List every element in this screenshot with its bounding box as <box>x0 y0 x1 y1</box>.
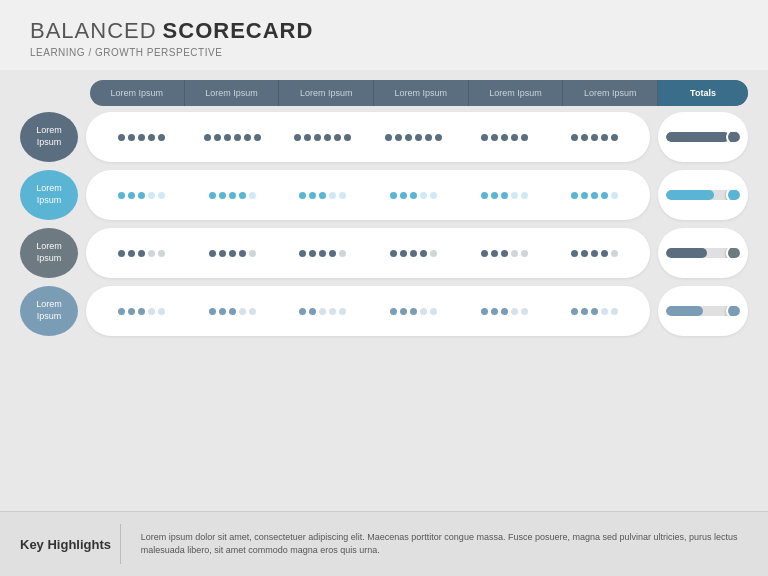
dot <box>410 250 417 257</box>
row-totals-4 <box>658 286 748 336</box>
data-row-1: LoremIpsum <box>20 112 748 162</box>
dot <box>118 250 125 257</box>
header-cell-2: Lorem Ipsum <box>185 80 280 106</box>
row-content-4 <box>86 286 650 336</box>
dot <box>158 250 165 257</box>
dot <box>244 134 251 141</box>
key-highlights-label: Key Highlights <box>20 537 100 552</box>
dot <box>148 250 155 257</box>
dot <box>571 308 578 315</box>
dot <box>219 250 226 257</box>
dot <box>491 134 498 141</box>
dot <box>319 192 326 199</box>
divider <box>120 524 121 564</box>
dot <box>410 192 417 199</box>
dot <box>209 192 216 199</box>
dot <box>339 250 346 257</box>
dot-group-4-2 <box>187 308 278 315</box>
progress-bar-2 <box>666 190 740 200</box>
dot <box>309 192 316 199</box>
dot <box>239 250 246 257</box>
dot <box>420 192 427 199</box>
dot <box>339 192 346 199</box>
dot-group-4-3 <box>277 308 368 315</box>
dot <box>405 134 412 141</box>
header-cell-3: Lorem Ipsum <box>279 80 374 106</box>
dot <box>430 308 437 315</box>
progress-bar-3 <box>666 248 740 258</box>
dot <box>314 134 321 141</box>
dot <box>118 192 125 199</box>
dot <box>214 134 221 141</box>
dot <box>334 134 341 141</box>
bottom-section: Key Highlights Lorem ipsum dolor sit ame… <box>0 511 768 576</box>
dot <box>128 308 135 315</box>
dot-group-2-1 <box>96 192 187 199</box>
dot-group-3-4 <box>368 250 459 257</box>
row-label-4: LoremIpsum <box>20 286 78 336</box>
dot <box>611 134 618 141</box>
row-content-3 <box>86 228 650 278</box>
dot-group-1-3 <box>277 134 368 141</box>
dot <box>521 308 528 315</box>
dot <box>511 308 518 315</box>
dot-group-4-5 <box>459 308 550 315</box>
dot-group-1-2 <box>187 134 278 141</box>
dot <box>591 250 598 257</box>
dot <box>591 192 598 199</box>
dot-group-3-2 <box>187 250 278 257</box>
dot <box>395 134 402 141</box>
progress-fill-4 <box>666 306 703 316</box>
dot <box>601 250 608 257</box>
dot <box>118 308 125 315</box>
dot <box>601 308 608 315</box>
progress-bar-4 <box>666 306 740 316</box>
dot <box>138 308 145 315</box>
row-content-2 <box>86 170 650 220</box>
dot <box>571 134 578 141</box>
dot <box>128 250 135 257</box>
row-content-1 <box>86 112 650 162</box>
dot <box>118 134 125 141</box>
dot <box>239 308 246 315</box>
dot <box>309 308 316 315</box>
data-rows: LoremIpsum <box>20 112 748 336</box>
dot <box>420 250 427 257</box>
dot <box>219 192 226 199</box>
dot-group-2-6 <box>549 192 640 199</box>
header-totals: Totals <box>658 80 748 106</box>
row-totals-3 <box>658 228 748 278</box>
dot <box>229 308 236 315</box>
dot <box>249 250 256 257</box>
header-cell-5: Lorem Ipsum <box>469 80 564 106</box>
dot <box>294 134 301 141</box>
data-row-3: LoremIpsum <box>20 228 748 278</box>
dot-group-3-5 <box>459 250 550 257</box>
dot <box>385 134 392 141</box>
dot <box>344 134 351 141</box>
dot-group-4-6 <box>549 308 640 315</box>
dot <box>591 308 598 315</box>
dot <box>329 192 336 199</box>
row-totals-2 <box>658 170 748 220</box>
dot <box>511 134 518 141</box>
dot <box>249 308 256 315</box>
dot <box>501 308 508 315</box>
header-cell-1: Lorem Ipsum <box>90 80 185 106</box>
dot-group-1-6 <box>549 134 640 141</box>
data-row-2: LoremIpsum <box>20 170 748 220</box>
dot <box>591 134 598 141</box>
progress-fill-1 <box>666 132 729 142</box>
dot <box>239 192 246 199</box>
dot <box>209 250 216 257</box>
dot <box>420 308 427 315</box>
header-cell-4: Lorem Ipsum <box>374 80 469 106</box>
header-cell-6: Lorem Ipsum <box>563 80 658 106</box>
dot <box>209 308 216 315</box>
dot <box>601 134 608 141</box>
top-section: BALANCED SCORECARD LEARNING / GROWTH PER… <box>0 0 768 70</box>
content-area: Lorem Ipsum Lorem Ipsum Lorem Ipsum Lore… <box>0 70 768 503</box>
dot <box>309 250 316 257</box>
progress-knob-3 <box>726 248 740 258</box>
dot <box>224 134 231 141</box>
